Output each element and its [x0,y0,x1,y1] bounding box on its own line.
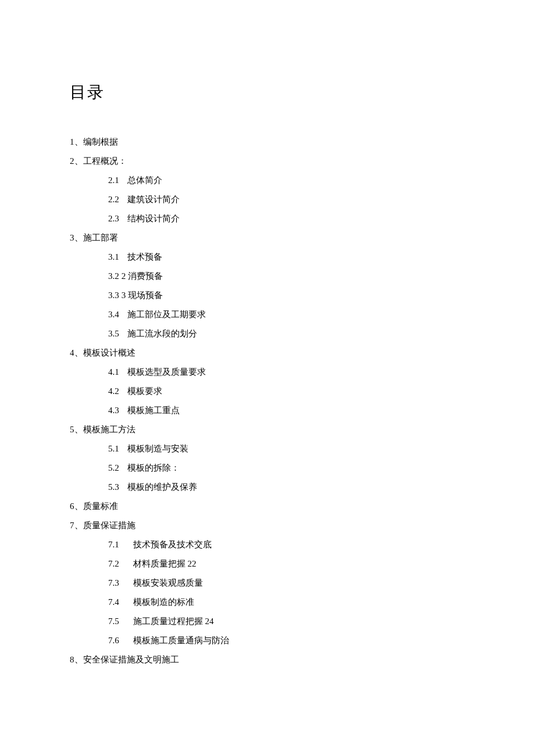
toc-entry-text: 模板施工质量通病与防治 [133,636,229,645]
toc-entry-number: 4、 [70,343,83,363]
toc-entry-text: 总体简介 [127,175,162,185]
toc-entry-text: 安全保证措施及文明施工 [83,655,179,664]
toc-entry: 5.3模板的维护及保养 [70,478,465,497]
toc-entry-text: 编制根据 [83,137,118,146]
toc-entry-number: 7.3 [108,574,119,593]
toc-entry-number: 3.4 [108,305,119,324]
toc-entry-number: 5、 [70,420,83,439]
toc-entry-number: 3.5 [108,324,119,343]
toc-entry-text: 模板制造与安装 [127,444,188,453]
toc-entry-text: 工程概况： [83,156,127,166]
toc-entry: 5.2模板的拆除： [70,458,465,478]
toc-entry-text: 施工质量过程把握 24 [133,617,214,626]
toc-entry: 3.4施工部位及工期要求 [70,305,465,324]
toc-entry-text: 技术预备及技术交底 [133,540,212,549]
toc-entry: 7.6模板施工质量通病与防治 [70,631,465,650]
toc-entry-number: 7.1 [108,535,119,554]
toc-entry-text: 模板要求 [127,386,162,396]
toc-entry-number: 4.1 [108,363,119,382]
toc-entry-number: 5.1 [108,439,119,458]
toc-entry-number: 5.2 [108,458,119,478]
toc-entry-number: 2.3 [108,209,119,228]
toc-entry-number: 7.4 [108,593,119,612]
toc-entry-text: 模板的拆除： [127,463,180,472]
toc-entry-number: 2.2 [108,190,119,209]
toc-entry-text: 技术预备 [127,252,162,261]
toc-entry: 2、工程概况： [70,152,465,171]
toc-entry-text: 施工流水段的划分 [127,329,197,338]
toc-entry-number: 7.6 [108,631,119,650]
toc-entry-text: 模板选型及质量要求 [127,367,206,377]
toc-entry-number: 2、 [70,152,83,171]
toc-entry-number: 7、 [70,516,83,535]
toc-entry-text: 施工部署 [83,233,118,242]
toc-entry: 7.3模板安装观感质量 [70,574,465,593]
toc-entry-number: 7.2 [108,554,119,574]
toc-entry-text: 模板施工重点 [127,406,180,415]
toc-entry-text: 施工部位及工期要求 [127,310,206,319]
toc-entry-text: 模板施工方法 [83,425,135,434]
toc-entry: 3.22 消费预备 [70,267,465,286]
toc-entry-number: 3.2 [108,267,119,286]
toc-entry: 7.5施工质量过程把握 24 [70,612,465,631]
toc-entry: 3、施工部署 [70,228,465,248]
toc-entry: 2.2建筑设计简介 [70,190,465,209]
toc-entry-text: 质量保证措施 [83,521,135,530]
toc-entry: 3.1技术预备 [70,248,465,267]
document-title: 目录 [70,81,465,103]
toc-entry-text: 3 现场预备 [122,291,163,300]
toc-entry-number: 6、 [70,497,83,516]
toc-entry: 4.1模板选型及质量要求 [70,363,465,382]
toc-entry-text: 模板安装观感质量 [133,578,203,587]
toc-entry-number: 8、 [70,650,83,669]
toc-entry: 1、编制根据 [70,132,465,152]
toc-entry: 6、质量标准 [70,497,465,516]
toc-entry: 4、模板设计概述 [70,343,465,363]
toc-entry-number: 4.3 [108,401,119,420]
toc-entry: 3.5施工流水段的划分 [70,324,465,343]
toc-entry-text: 结构设计简介 [127,214,180,223]
toc-entry: 7、质量保证措施 [70,516,465,535]
toc-entry: 5、模板施工方法 [70,420,465,439]
toc-entry-text: 材料质量把握 22 [133,559,197,568]
toc-entry-number: 5.3 [108,478,119,497]
toc-entry: 4.3模板施工重点 [70,401,465,420]
toc-entry: 8、安全保证措施及文明施工 [70,650,465,669]
toc-entry: 7.2材料质量把握 22 [70,554,465,574]
toc-entry-number: 2.1 [108,171,119,190]
toc-entry: 2.1总体简介 [70,171,465,190]
toc-entry-number: 3.3 [108,286,119,305]
toc-entry-number: 4.2 [108,382,119,401]
toc-entry: 5.1模板制造与安装 [70,439,465,458]
toc-entry-text: 建筑设计简介 [127,195,180,204]
toc-entry: 3.33 现场预备 [70,286,465,305]
toc-entry: 7.1技术预备及技术交底 [70,535,465,554]
toc-entry-text: 2 消费预备 [122,271,163,281]
toc-entry-number: 3、 [70,228,83,248]
table-of-contents: 1、编制根据2、工程概况：2.1总体简介2.2建筑设计简介2.3结构设计简介3、… [70,132,465,669]
toc-entry-text: 模板制造的标准 [133,597,194,607]
toc-entry-number: 3.1 [108,248,119,267]
toc-entry-text: 模板的维护及保养 [127,482,197,492]
toc-entry-number: 1、 [70,132,83,152]
toc-entry: 4.2模板要求 [70,382,465,401]
toc-entry-number: 7.5 [108,612,119,631]
toc-entry-text: 模板设计概述 [83,348,135,357]
toc-entry-text: 质量标准 [83,501,118,511]
toc-entry: 2.3结构设计简介 [70,209,465,228]
toc-entry: 7.4模板制造的标准 [70,593,465,612]
